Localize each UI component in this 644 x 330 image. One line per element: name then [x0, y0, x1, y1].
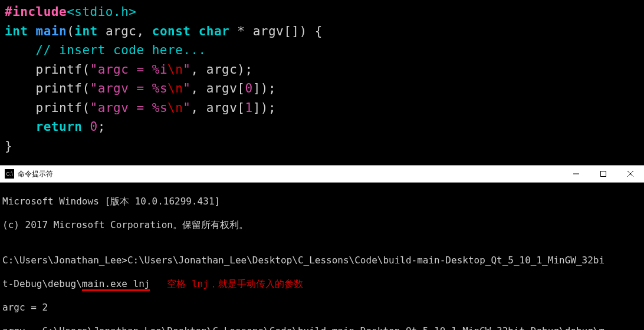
cmd-path-prefix: t-Debug\debug\: [2, 278, 82, 289]
printf2-string-a: "argv = %s: [90, 81, 167, 95]
return-semicolon: ;: [98, 120, 106, 134]
printf3-index: 1: [245, 101, 253, 115]
printf1-string-b: ": [183, 62, 190, 77]
printf2-open: (: [82, 81, 90, 95]
printf3-end: ]);: [253, 101, 276, 115]
cmd-icon: C:\: [5, 169, 14, 179]
argv-declaration: argv[]: [253, 24, 300, 38]
terminal-output-argc: argc = 2: [2, 302, 642, 314]
printf3-escape: \n: [167, 101, 183, 115]
printf2-string-b: ": [183, 81, 190, 95]
printf3-name: printf: [36, 101, 83, 115]
close-brace: }: [5, 139, 12, 153]
cmd-underlined-arg: main.exe lnj: [82, 278, 150, 291]
close-paren-brace: ) {: [300, 24, 323, 38]
code-editor-pane: #include<stdio.h> int main(int argc, con…: [0, 0, 644, 165]
svg-rect-1: [601, 171, 606, 177]
printf3-string-a: "argv = %s: [90, 101, 167, 115]
terminal-pane[interactable]: Microsoft Windows [版本 10.0.16299.431] (c…: [0, 183, 644, 330]
cmd-titlebar[interactable]: C:\ 命令提示符: [0, 165, 644, 183]
keyword-int: int: [5, 24, 28, 38]
minimize-button[interactable]: [563, 165, 590, 183]
close-button[interactable]: [617, 165, 644, 183]
printf1-escape: \n: [167, 62, 183, 77]
terminal-line-copyright: (c) 2017 Microsoft Corporation。保留所有权利。: [2, 219, 642, 231]
terminal-cmd-line-1b: t-Debug\debug\main.exe lnj 空格 lnj，就是手动传入…: [2, 278, 642, 290]
keyword-int-param: int: [74, 24, 97, 38]
include-path: <stdio.h>: [67, 5, 136, 19]
keyword-char: char: [191, 24, 230, 38]
keyword-const: const: [152, 24, 191, 38]
printf2-index: 0: [245, 81, 253, 95]
annotation-text: 空格 lnj，就是手动传入的参数: [150, 278, 303, 289]
printf1-string-a: "argc = %i: [90, 62, 167, 77]
printf2-end: ]);: [253, 81, 276, 95]
printf3-open: (: [82, 101, 90, 115]
terminal-cmd-line-1a: C:\Users\Jonathan_Lee>C:\Users\Jonathan_…: [2, 255, 642, 266]
minimize-icon: [573, 171, 579, 177]
keyword-return: return: [36, 120, 83, 134]
printf2-escape: \n: [167, 81, 183, 95]
keyword-include: #include: [5, 5, 67, 19]
printf3-string-b: ": [183, 101, 190, 115]
printf2-rest: , argv[: [190, 81, 245, 95]
window-title: 命令提示符: [18, 169, 53, 179]
printf1-open: (: [82, 62, 90, 77]
param-argc: argc,: [98, 24, 152, 38]
function-main: main: [36, 24, 67, 38]
cmd-icon-text: C:\: [6, 171, 13, 177]
terminal-output-argv0-a: argv = C:\Users\Jonathan_Lee\Desktop\C_L…: [2, 325, 642, 330]
comment-line: // insert code here...: [36, 43, 206, 57]
printf1-name: printf: [36, 62, 83, 77]
open-paren: (: [67, 24, 74, 38]
printf1-rest: , argc);: [190, 62, 252, 77]
star-op: *: [229, 24, 252, 38]
terminal-line-version: Microsoft Windows [版本 10.0.16299.431]: [2, 196, 642, 207]
printf3-rest: , argv[: [190, 101, 245, 115]
maximize-button[interactable]: [590, 165, 617, 183]
return-value: 0: [82, 120, 97, 134]
printf2-name: printf: [36, 81, 83, 95]
maximize-icon: [600, 171, 606, 177]
close-icon: [627, 171, 633, 177]
